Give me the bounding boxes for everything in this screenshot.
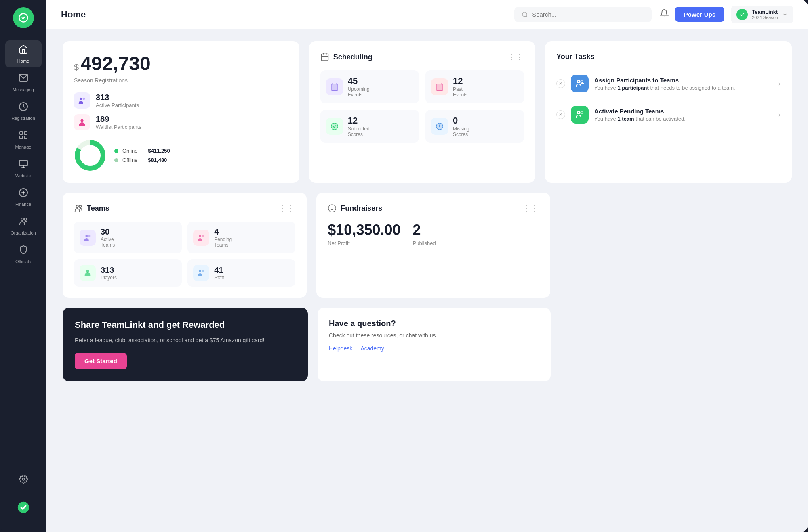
svg-point-18: [80, 98, 82, 100]
scheduling-header: Scheduling ⋮⋮: [320, 52, 524, 61]
notification-button[interactable]: [660, 9, 669, 20]
svg-point-52: [199, 235, 202, 237]
team-badge-icon: [736, 9, 748, 20]
scheduling-menu-btn[interactable]: ⋮⋮: [508, 52, 524, 61]
chevron-down-icon: [782, 12, 788, 17]
teams-menu-btn[interactable]: ⋮⋮: [279, 204, 295, 213]
players-count: 313: [101, 266, 117, 275]
mail-icon: [19, 73, 28, 85]
svg-point-41: [439, 128, 440, 128]
online-label: Online: [122, 148, 138, 154]
sidebar-item-check[interactable]: [5, 496, 42, 521]
manage-icon: [19, 130, 28, 142]
check-small-icon: [739, 11, 745, 18]
waitlist-info: 189 Waitlist Participants: [96, 115, 141, 130]
staff-svg: [197, 268, 206, 277]
season-amount: $ 492,730: [74, 52, 288, 75]
officials-icon: [19, 245, 28, 257]
sidebar-item-officials[interactable]: Officials: [5, 241, 42, 268]
promo-cta-button[interactable]: Get Started: [75, 353, 127, 369]
task-text-2: Activate Pending Teams You have 1 team t…: [594, 108, 772, 122]
main-content: Home Power-Ups: [46, 0, 808, 532]
question-desc: Check out these resources, or chat with …: [329, 332, 539, 339]
fundraisers-header-icon: [328, 204, 337, 213]
submitted-info: 12 SubmittedScores: [348, 115, 370, 137]
sidebar-nav: Home Messaging: [5, 40, 42, 471]
cards-row-1: $ 492,730 Season Registrations: [63, 41, 792, 183]
promo-title: Share TeamLinkt and get Rewarded: [75, 320, 296, 330]
svg-point-12: [21, 218, 23, 220]
search-input[interactable]: [532, 11, 644, 18]
players-info: 313 Players: [101, 266, 117, 281]
fundraisers-header: Fundraisers ⋮⋮: [328, 204, 539, 213]
task-close-1[interactable]: ✕: [556, 79, 565, 88]
org-icon: [19, 216, 28, 228]
task-close-2[interactable]: ✕: [556, 110, 565, 119]
sidebar-item-manage[interactable]: Manage: [5, 126, 42, 153]
promo-desc: Refer a league, club, association, or sc…: [75, 336, 296, 345]
search-bar[interactable]: [514, 7, 652, 22]
staff-label: Staff: [214, 275, 224, 281]
sidebar-item-registration[interactable]: Registration: [5, 98, 42, 125]
published-group: 2 Published: [413, 222, 436, 246]
svg-point-16: [522, 12, 527, 16]
svg-point-54: [86, 270, 89, 273]
dollar-sign: $: [74, 62, 79, 73]
monitor-icon: [19, 159, 28, 171]
cards-row-3: Share TeamLinkt and get Rewarded Refer a…: [63, 308, 792, 381]
svg-point-51: [88, 235, 91, 237]
sidebar-bottom: [5, 471, 42, 525]
tasks-card: Your Tasks ✕ Assign Participants to Team…: [545, 41, 792, 183]
players-icon: [80, 265, 96, 281]
sidebar-item-messaging[interactable]: Messaging: [5, 69, 42, 96]
task-item-2: ✕ Activate Pending Teams You have 1 team…: [556, 99, 781, 130]
sidebar-item-home[interactable]: Home: [5, 40, 42, 67]
svg-point-19: [83, 98, 85, 100]
active-participants-info: 313 Active Participants: [96, 93, 139, 108]
helpdesk-link[interactable]: Helpdesk: [329, 345, 352, 352]
legend: Online $411,250 Offline $81,480: [114, 148, 170, 163]
sidebar-item-home-label: Home: [17, 59, 29, 63]
staff-count: 41: [214, 266, 224, 275]
sidebar-item-officials-label: Officials: [15, 259, 31, 264]
svg-rect-6: [19, 160, 27, 166]
app-logo[interactable]: [13, 7, 34, 28]
search-icon: [522, 11, 528, 18]
svg-line-17: [526, 16, 527, 17]
svg-point-50: [86, 235, 88, 237]
published-count: 2: [413, 222, 436, 239]
pending-teams-info: 4 PendingTeams: [214, 227, 232, 248]
team-season: 2024 Season: [752, 15, 778, 20]
svg-rect-2: [20, 132, 23, 134]
upcoming-events-icon: [330, 82, 339, 91]
page-title: Home: [61, 9, 506, 20]
waitlist-stat: 189 Waitlist Participants: [74, 114, 288, 130]
academy-link[interactable]: Academy: [360, 345, 384, 352]
powerups-button[interactable]: Power-Ups: [675, 7, 724, 22]
svg-point-47: [581, 111, 583, 114]
task-arrow-2[interactable]: ›: [778, 111, 781, 119]
missing-scores-icon: [435, 122, 444, 131]
question-title: Have a question?: [329, 319, 539, 328]
svg-point-42: [577, 80, 580, 83]
task-arrow-1[interactable]: ›: [778, 80, 781, 88]
sidebar-item-website[interactable]: Website: [5, 155, 42, 182]
svg-rect-27: [331, 84, 338, 91]
bell-icon: [660, 9, 669, 18]
past-events-icon-wrap: [431, 78, 448, 95]
task-name-1: Assign Participants to Teams: [594, 77, 772, 84]
waitlist-icon: [78, 118, 86, 127]
active-participants-icon: [78, 96, 86, 105]
teams-header-icon: [74, 204, 83, 213]
waitlist-icon-wrap: [74, 114, 90, 130]
upcoming-label: UpcomingEvents: [348, 86, 370, 98]
sidebar-item-organization[interactable]: Organization: [5, 212, 42, 239]
registration-icon: [19, 102, 28, 114]
svg-rect-23: [321, 54, 328, 61]
fundraisers-menu-btn[interactable]: ⋮⋮: [523, 204, 539, 213]
sidebar-item-finance[interactable]: Finance: [5, 184, 42, 211]
teams-title: Teams: [87, 204, 275, 213]
team-badge[interactable]: TeamLinkt 2024 Season: [731, 6, 793, 23]
scheduling-grid: 45 UpcomingEvents: [320, 70, 524, 143]
sidebar-item-settings[interactable]: [5, 471, 42, 490]
